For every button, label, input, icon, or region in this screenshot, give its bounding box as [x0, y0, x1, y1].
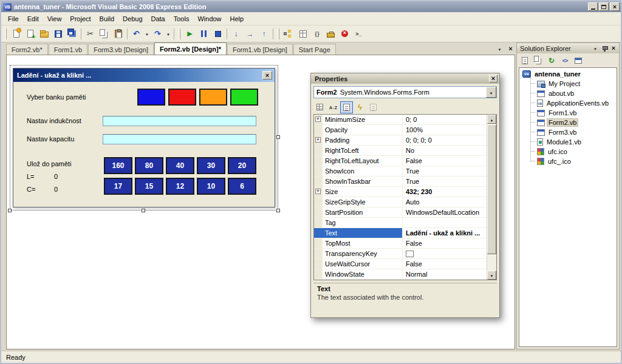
resize-handle-middle-right[interactable]: [276, 135, 280, 139]
tree-item-ufc-ico[interactable]: ufc.ico: [519, 147, 617, 157]
stop-debugging-button[interactable]: [211, 27, 225, 41]
tree-item-about[interactable]: about.vb: [519, 89, 617, 98]
events-button[interactable]: [354, 101, 366, 113]
property-pages-button[interactable]: [367, 101, 380, 113]
redo-button[interactable]: [151, 27, 165, 41]
property-row[interactable]: SizeGripStyleAuto: [314, 197, 487, 207]
memory-button-160[interactable]: 160: [104, 157, 132, 174]
copy-button[interactable]: [97, 27, 111, 41]
properties-window-button[interactable]: [296, 27, 310, 41]
menu-item-data[interactable]: Data: [147, 13, 169, 24]
property-row[interactable]: +MinimumSize0; 0: [314, 115, 487, 125]
tree-item-module1[interactable]: Module1.vb: [519, 137, 617, 147]
memory-button-20[interactable]: 20: [228, 157, 256, 174]
inductance-textbox[interactable]: [103, 116, 256, 126]
step-out-button[interactable]: [257, 27, 271, 41]
property-row[interactable]: WindowStateNormal: [314, 269, 487, 280]
save-button[interactable]: [51, 27, 65, 41]
property-row[interactable]: TopMostFalse: [314, 238, 487, 249]
property-row[interactable]: Tag: [314, 218, 487, 228]
tree-item-form3[interactable]: Form3.vb: [519, 127, 617, 137]
menu-item-help[interactable]: Help: [226, 13, 248, 24]
toolbar-grip[interactable]: [5, 29, 7, 39]
active-files-dropdown-button[interactable]: [495, 44, 504, 53]
undo-dropdown-button[interactable]: [143, 27, 151, 41]
menu-item-edit[interactable]: Edit: [23, 13, 43, 24]
tab-form1-code[interactable]: Form1.vb: [49, 44, 87, 55]
cut-button[interactable]: [83, 27, 97, 41]
menu-item-project[interactable]: Project: [66, 13, 95, 24]
toolbox-button[interactable]: [324, 27, 338, 41]
refresh-button[interactable]: [545, 55, 558, 67]
designer-surface[interactable]: Ladění - ukaž a klikni ... Vyber banku p…: [6, 55, 515, 349]
bank-button-red[interactable]: [168, 89, 196, 106]
memory-button-80[interactable]: 80: [135, 157, 163, 174]
resize-handle-bottom-center[interactable]: [142, 209, 145, 212]
designer-form-close-button[interactable]: [262, 71, 272, 79]
property-grid-scrollbar[interactable]: [487, 115, 496, 280]
scroll-up-button[interactable]: [487, 115, 496, 124]
expand-icon[interactable]: +: [315, 189, 321, 194]
memory-button-10[interactable]: 10: [197, 178, 225, 195]
menu-item-debug[interactable]: Debug: [118, 13, 146, 24]
view-designer-button[interactable]: [572, 55, 584, 67]
start-debugging-button[interactable]: [183, 27, 197, 41]
solution-explorer-button[interactable]: [282, 27, 296, 41]
memory-button-30[interactable]: 30: [197, 157, 225, 174]
property-row[interactable]: RightToLeftNo: [314, 146, 487, 156]
tree-item-project[interactable]: antenna_tuner: [519, 69, 617, 79]
tree-item-form1[interactable]: Form1.vb: [519, 108, 617, 118]
save-all-button[interactable]: [65, 27, 79, 41]
menu-item-file[interactable]: File: [4, 13, 23, 24]
property-row[interactable]: RightToLeftLayoutFalse: [314, 156, 487, 166]
property-row[interactable]: +Size432; 230: [314, 187, 487, 197]
tab-form1-design[interactable]: Form1.vb [Design]: [227, 44, 293, 55]
memory-button-17[interactable]: 17: [104, 178, 132, 195]
properties-close-button[interactable]: [489, 75, 497, 83]
property-row[interactable]: StartPositionWindowsDefaultLocation: [314, 207, 487, 218]
designer-form[interactable]: Ladění - ukaž a klikni ... Vyber banku p…: [13, 68, 275, 207]
menu-item-tools[interactable]: Tools: [169, 13, 194, 24]
tree-item-form2[interactable]: Form2.vb: [519, 118, 617, 127]
solution-explorer-close-button[interactable]: [609, 44, 618, 52]
categorized-button[interactable]: [313, 101, 326, 113]
tree-item-my-project[interactable]: My Project: [519, 79, 617, 89]
tab-form2-design[interactable]: Form2.vb [Design]*: [154, 42, 227, 55]
minimize-button[interactable]: [588, 2, 598, 11]
memory-button-40[interactable]: 40: [166, 157, 194, 174]
open-file-button[interactable]: [37, 27, 51, 41]
expand-icon[interactable]: +: [315, 137, 321, 143]
resize-handle-bottom-right[interactable]: [276, 209, 280, 212]
alphabetical-button[interactable]: [327, 101, 340, 113]
step-into-button[interactable]: [229, 27, 243, 41]
property-row[interactable]: ShowIconTrue: [314, 166, 487, 177]
property-row[interactable]: ShowInTaskbarTrue: [314, 177, 487, 187]
toolbar-grip[interactable]: [179, 29, 180, 39]
bank-button-orange[interactable]: [199, 89, 227, 106]
bank-button-green[interactable]: [230, 89, 258, 106]
undo-button[interactable]: [129, 27, 143, 41]
memory-button-12[interactable]: 12: [166, 178, 194, 195]
scroll-down-button[interactable]: [487, 271, 496, 280]
tree-item-ufc2-ico[interactable]: ufc_.ico: [519, 157, 617, 166]
object-selector-dropdown-button[interactable]: [486, 87, 496, 98]
new-project-button[interactable]: [9, 27, 23, 41]
menu-item-view[interactable]: View: [43, 13, 66, 24]
toolbar-grip[interactable]: [278, 29, 279, 39]
close-document-button[interactable]: [506, 44, 515, 53]
property-row-selected[interactable]: TextLadění - ukaž a klikni ...: [314, 228, 487, 238]
step-over-button[interactable]: [243, 27, 257, 41]
color-swatch[interactable]: [406, 251, 414, 257]
scrollbar-thumb[interactable]: [487, 124, 496, 254]
immediate-window-button[interactable]: [352, 27, 366, 41]
capacity-textbox[interactable]: [103, 134, 256, 144]
tab-start-page[interactable]: Start Page: [293, 44, 336, 55]
window-position-button[interactable]: [591, 44, 600, 52]
property-row[interactable]: TransparencyKey: [314, 249, 487, 259]
auto-hide-pin-button[interactable]: [600, 44, 609, 52]
object-browser-button[interactable]: [310, 27, 324, 41]
view-code-button[interactable]: [559, 55, 571, 67]
close-button[interactable]: [610, 2, 620, 11]
memory-button-15[interactable]: 15: [135, 178, 163, 195]
tree-item-applicationevents[interactable]: ApplicationEvents.vb: [519, 98, 617, 108]
